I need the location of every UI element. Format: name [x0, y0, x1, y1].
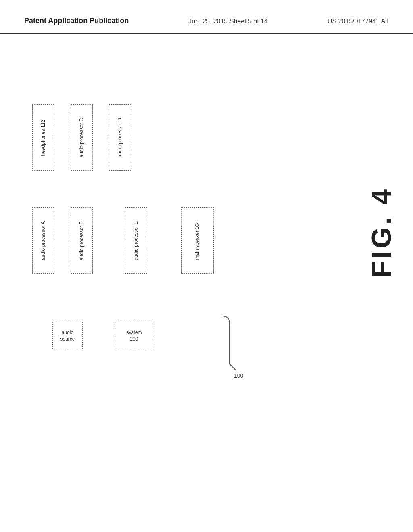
audio-processor-b-label: audio processor B: [77, 220, 87, 262]
box-system-200: system200: [115, 322, 153, 349]
page-header: Patent Application Publication Jun. 25, …: [0, 0, 413, 34]
box-headphones: headphones 112: [32, 104, 54, 171]
system-200-label: system200: [125, 328, 143, 345]
audio-source-label: audiosource: [58, 328, 76, 345]
box-audio-processor-e: audio processor E: [125, 207, 147, 274]
audio-processor-e-label: audio processor E: [131, 220, 141, 262]
audio-processor-a-label: audio processor A: [39, 220, 48, 262]
diagram-area: headphones 112 audio processor C audio p…: [0, 34, 413, 513]
audio-processor-c-label: audio processor C: [77, 116, 87, 159]
box-audio-processor-d: audio processor D: [109, 104, 131, 171]
box-audio-source: audiosource: [52, 322, 83, 349]
box-audio-processor-b: audio processor B: [71, 207, 93, 274]
headphones-label: headphones 112: [39, 118, 48, 157]
svg-line-0: [230, 364, 236, 370]
publication-title: Patent Application Publication: [24, 16, 129, 25]
audio-processor-d-label: audio processor D: [115, 116, 125, 159]
box-audio-processor-a: audio processor A: [32, 207, 54, 274]
ref-100: 100: [234, 372, 243, 379]
bracket-svg: [198, 308, 246, 372]
publication-number: US 2015/0177941 A1: [327, 16, 389, 25]
box-audio-processor-c: audio processor C: [71, 104, 93, 171]
publication-date-sheet: Jun. 25, 2015 Sheet 5 of 14: [188, 16, 268, 25]
box-main-speaker: main speaker 104: [181, 207, 214, 274]
main-speaker-label: main speaker 104: [193, 220, 202, 261]
fig-label: FIG. 4: [365, 187, 397, 278]
